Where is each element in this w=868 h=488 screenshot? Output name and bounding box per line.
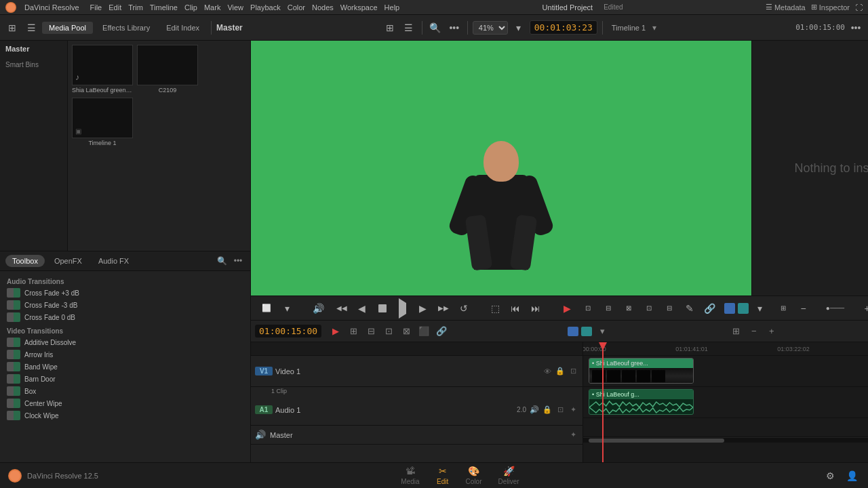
trim-tool-btn[interactable]: ⊡	[579, 300, 597, 317]
timeline-timecode[interactable]: 01:00:15:00	[255, 325, 321, 338]
blade-tool-btn[interactable]: ⊟	[599, 300, 617, 317]
zoom-dropdown-btn[interactable]: ▾	[511, 20, 527, 36]
tab-effects-library[interactable]: Effects Library	[96, 22, 157, 34]
track-lock-a1[interactable]: 🔒	[542, 405, 553, 415]
link-btn[interactable]: ⊞	[346, 324, 361, 339]
playhead[interactable]	[602, 342, 604, 462]
master-bin-label[interactable]: Master	[3, 43, 64, 54]
timeline-dropdown-icon[interactable]: ▾	[652, 23, 656, 33]
inspector-button[interactable]: ⊞ Inspector	[811, 3, 850, 12]
tab-audiofx[interactable]: Audio FX	[92, 255, 136, 267]
transition-additive-dissolve[interactable]: Additive Dissolve	[4, 336, 246, 348]
plus-btn[interactable]: +	[859, 300, 869, 317]
toolbox-more-btn[interactable]: •••	[231, 254, 245, 268]
timecode-input[interactable]	[530, 20, 597, 35]
multi-cam-btn[interactable]: ⊠	[399, 324, 414, 339]
grid-view-btn[interactable]: ⊞	[382, 20, 398, 36]
volume-btn[interactable]: 🔊	[310, 300, 328, 317]
track-fx-a1[interactable]: ✦	[568, 405, 578, 415]
track-lock-v1[interactable]: 🔒	[555, 366, 566, 377]
transition-crossfade-minus3[interactable]: Cross Fade -3 dB	[4, 299, 246, 311]
color-swatch-blue[interactable]	[724, 303, 735, 314]
view-mode-btn[interactable]: ☰	[23, 20, 39, 36]
timeline-hscroll[interactable]	[583, 437, 868, 443]
audio-clip-1[interactable]: • Shi LaBeouf g...	[589, 389, 694, 415]
menu-nodes[interactable]: Nodes	[312, 3, 334, 12]
tab-edit-index[interactable]: Edit Index	[159, 22, 206, 34]
step-next-btn[interactable]: ▶	[414, 300, 432, 317]
fullscreen-button[interactable]: ⛶	[855, 3, 863, 12]
slip-tool-btn[interactable]: ⊠	[620, 300, 637, 317]
jog-left-btn[interactable]: ◀◀	[333, 300, 351, 317]
jog-right-btn[interactable]: ▶▶	[435, 300, 452, 317]
menu-edit[interactable]: Edit	[108, 3, 121, 12]
more-options-btn[interactable]: •••	[446, 20, 462, 36]
metadata-button[interactable]: ☰ Metadata	[766, 3, 806, 12]
transition-center-wipe[interactable]: Center Wipe	[4, 397, 246, 409]
nav-edit[interactable]: ✂ Edit	[436, 466, 450, 485]
grid-btn[interactable]: ⊞	[729, 324, 744, 339]
clip-item-3[interactable]: ▣ Timeline 1	[72, 98, 133, 146]
nav-color[interactable]: 🎨 Color	[466, 466, 482, 485]
link2-btn[interactable]: 🔗	[434, 324, 449, 339]
timeline-hscroll-thumb[interactable]	[589, 439, 724, 443]
transition-box[interactable]: Box	[4, 385, 246, 397]
stop-btn[interactable]	[374, 300, 391, 317]
zoom-in-btn[interactable]: +	[764, 324, 779, 339]
track-link-a1[interactable]: ⊡	[555, 405, 566, 415]
color-dropdown[interactable]: ▾	[751, 300, 769, 317]
tab-media-pool[interactable]: Media Pool	[42, 22, 93, 34]
color-teal-btn[interactable]	[581, 327, 592, 336]
nav-media[interactable]: 📽 Media	[401, 466, 419, 485]
clip-view-dropdown[interactable]: ▾	[278, 300, 296, 317]
menu-mark[interactable]: Mark	[204, 3, 220, 12]
viewer-mode-btn[interactable]: ⬚	[486, 300, 504, 317]
color-blue-btn[interactable]	[568, 327, 578, 336]
prev-edit-btn[interactable]: ⏮	[507, 300, 524, 317]
track-audio-icon[interactable]: 🔊	[529, 405, 540, 415]
next-edit-btn[interactable]: ⏭	[527, 300, 545, 317]
clip-item-2[interactable]: C2109	[137, 45, 198, 94]
transition-crossfade-plus3[interactable]: Cross Fade +3 dB	[4, 287, 246, 299]
zoom-select[interactable]: 41%	[473, 21, 508, 35]
snap-btn[interactable]: ▶	[328, 324, 343, 339]
zoom-out-btn[interactable]: −	[747, 324, 762, 339]
video-clip-1[interactable]: • Shi LaBeouf gree...	[589, 358, 694, 384]
step-prev-btn[interactable]: ◀	[353, 300, 371, 317]
menu-view[interactable]: View	[227, 3, 243, 12]
grid-overlay-btn[interactable]: ⊞	[774, 300, 792, 317]
menu-playback[interactable]: Playback	[250, 3, 281, 12]
transition-clock-wipe[interactable]: Clock Wipe	[4, 409, 246, 422]
play-btn[interactable]	[394, 300, 412, 317]
tab-toolbox[interactable]: Toolbox	[5, 255, 45, 267]
clip-view-btn[interactable]: ⬜	[258, 300, 275, 317]
link-tool-btn[interactable]: 🔗	[701, 300, 719, 317]
retime-tool-btn[interactable]: ⊟	[660, 300, 678, 317]
transition-band-wipe[interactable]: Band Wipe	[4, 361, 246, 373]
track-link-v1[interactable]: ⊡	[568, 366, 578, 377]
media-pool-icon-btn[interactable]: ⊞	[4, 20, 20, 36]
settings-icon-btn[interactable]: ⚙	[822, 468, 838, 484]
transition-crossfade-0[interactable]: Cross Fade 0 dB	[4, 311, 246, 323]
nav-deliver[interactable]: 🚀 Deliver	[498, 466, 519, 485]
menu-clip[interactable]: Clip	[184, 3, 197, 12]
menu-color[interactable]: Color	[288, 3, 305, 12]
minus-btn[interactable]: −	[795, 300, 812, 317]
curve-tool-btn[interactable]: ✎	[681, 300, 698, 317]
search-icon-btn[interactable]: 🔍	[427, 20, 443, 36]
menu-workspace[interactable]: Workspace	[340, 3, 378, 12]
toolbox-search-btn[interactable]: 🔍	[215, 254, 229, 268]
tab-openfx[interactable]: OpenFX	[47, 255, 89, 267]
color-swatch-teal[interactable]	[738, 303, 749, 314]
audio-levels-btn[interactable]: ⬛	[416, 324, 431, 339]
menu-trim[interactable]: Trim	[128, 3, 143, 12]
clips-btn[interactable]: ⊡	[381, 324, 396, 339]
menu-file[interactable]: File	[90, 3, 102, 12]
video-preview[interactable]	[251, 41, 751, 296]
menu-timeline[interactable]: Timeline	[150, 3, 178, 12]
user-icon-btn[interactable]: 👤	[844, 468, 860, 484]
list-view-btn[interactable]: ☰	[401, 20, 417, 36]
select-tool-btn[interactable]: ▶	[559, 300, 576, 317]
timeline-settings-btn[interactable]: •••	[848, 20, 864, 36]
transition-barn-door[interactable]: Barn Door	[4, 373, 246, 385]
